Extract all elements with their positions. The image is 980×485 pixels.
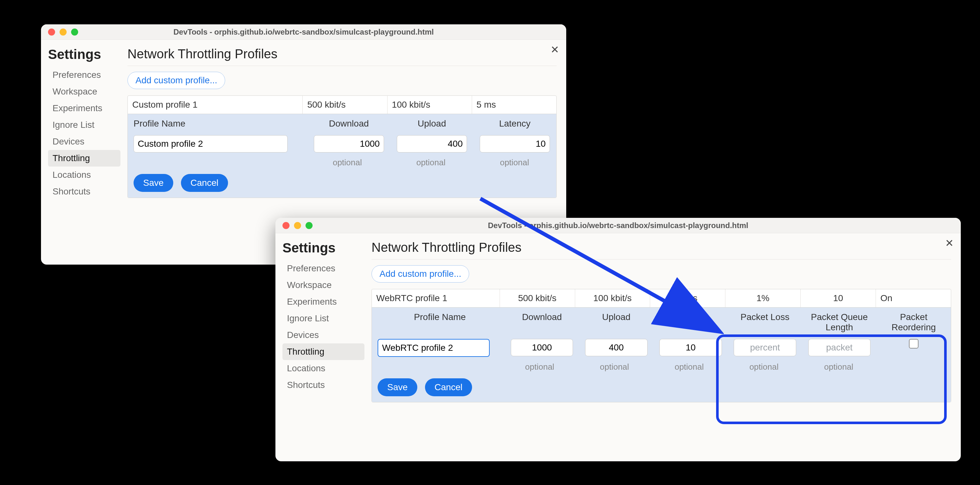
titlebar[interactable]: DevTools - orphis.github.io/webrtc-sandb… [41,24,566,40]
zoom-window-icon[interactable] [71,29,78,35]
settings-heading: Settings [48,47,121,62]
sidebar-item-ignore-list[interactable]: Ignore List [48,117,121,133]
upload-hint: optional [389,156,473,169]
sidebar-item-throttling[interactable]: Throttling [282,343,364,360]
sidebar-item-devices[interactable]: Devices [282,327,364,343]
close-icon[interactable]: ✕ [550,44,559,56]
profile-editor: Profile Name Download Upload Latency opt… [128,114,556,198]
upload-input[interactable] [397,135,467,153]
latency-input[interactable] [480,135,550,153]
settings-sidebar: Settings Preferences Workspace Experimen… [41,40,124,214]
profile-upload-cell: 100 kbit/s [575,289,651,307]
window-title: DevTools - orphis.github.io/webrtc-sandb… [275,221,961,230]
profile-name-cell: Custom profile 1 [128,96,303,114]
upload-hint: optional [577,360,652,374]
latency-input[interactable] [659,339,722,356]
download-hint: optional [305,156,389,169]
column-header-reorder: Packet Reordering [877,309,951,336]
profile-reorder-cell: On [876,289,951,307]
packet-queue-hint: optional [801,360,876,374]
sidebar-item-locations[interactable]: Locations [282,360,364,377]
column-header-name: Profile Name [128,115,307,132]
sidebar-item-preferences[interactable]: Preferences [282,260,364,277]
profile-latency-cell: 5 ms [650,289,725,307]
cancel-button[interactable]: Cancel [425,378,472,396]
latency-hint: optional [652,360,726,374]
settings-heading: Settings [282,240,364,256]
save-button[interactable]: Save [378,378,417,396]
titlebar[interactable]: DevTools - orphis.github.io/webrtc-sandb… [275,218,961,233]
close-window-icon[interactable] [282,222,290,229]
window-title: DevTools - orphis.github.io/webrtc-sandb… [41,27,566,37]
sidebar-item-devices[interactable]: Devices [48,133,121,150]
column-header-upload: Upload [390,115,473,132]
sidebar-item-preferences[interactable]: Preferences [48,67,121,83]
divider [372,259,951,259]
settings-sidebar: Settings Preferences Workspace Experimen… [275,233,368,418]
packet-loss-hint: optional [727,360,801,374]
minimize-window-icon[interactable] [60,29,67,35]
column-header-packet-loss: Packet Loss [728,309,802,336]
sidebar-item-shortcuts[interactable]: Shortcuts [282,377,364,393]
sidebar-item-workspace[interactable]: Workspace [48,83,121,100]
add-custom-profile-button[interactable]: Add custom profile... [372,265,469,283]
packet-reorder-checkbox[interactable] [909,339,918,348]
add-custom-profile-button[interactable]: Add custom profile... [127,72,225,89]
save-button[interactable]: Save [134,174,173,192]
profile-row[interactable]: WebRTC profile 1 500 kbit/s 100 kbit/s 5… [372,289,951,307]
column-header-download: Download [505,309,579,336]
profile-name-cell: WebRTC profile 1 [372,289,500,307]
packet-loss-input[interactable] [734,339,796,356]
cancel-button[interactable]: Cancel [181,174,228,192]
profile-name-input[interactable] [134,135,288,153]
profile-download-cell: 500 kbit/s [500,289,575,307]
profile-editor: Profile Name Download Upload Latency Pac… [372,307,951,402]
sidebar-item-experiments[interactable]: Experiments [282,293,364,310]
zoom-window-icon[interactable] [305,222,313,229]
profile-packet-queue-cell: 10 [801,289,876,307]
panel-heading: Network Throttling Profiles [372,240,951,255]
profile-latency-cell: 5 ms [472,96,556,114]
download-input[interactable] [314,135,384,153]
column-header-latency: Latency [653,309,728,336]
minimize-window-icon[interactable] [294,222,301,229]
close-icon[interactable]: ✕ [945,237,954,249]
upload-input[interactable] [585,339,648,356]
main-panel: ✕ Network Throttling Profiles Add custom… [124,40,566,214]
column-header-download: Download [307,115,390,132]
column-header-upload: Upload [579,309,653,336]
panel-heading: Network Throttling Profiles [127,47,557,61]
sidebar-item-locations[interactable]: Locations [48,167,121,183]
column-header-name: Profile Name [372,309,505,336]
profile-packet-loss-cell: 1% [725,289,801,307]
sidebar-item-ignore-list[interactable]: Ignore List [282,310,364,327]
sidebar-item-throttling[interactable]: Throttling [48,150,121,167]
download-input[interactable] [511,339,573,356]
download-hint: optional [502,360,577,374]
traffic-lights [282,222,313,229]
traffic-lights [48,29,78,35]
sidebar-item-experiments[interactable]: Experiments [48,100,121,117]
devtools-window-after: DevTools - orphis.github.io/webrtc-sandb… [275,218,961,461]
profile-row[interactable]: Custom profile 1 500 kbit/s 100 kbit/s 5… [128,96,556,114]
throttling-profiles-table: Custom profile 1 500 kbit/s 100 kbit/s 5… [127,95,557,198]
throttling-profiles-table: WebRTC profile 1 500 kbit/s 100 kbit/s 5… [372,289,951,402]
profile-name-input[interactable] [378,339,490,357]
sidebar-item-shortcuts[interactable]: Shortcuts [48,183,121,200]
latency-hint: optional [473,156,556,169]
column-header-packet-queue: Packet Queue Length [802,309,877,336]
packet-queue-input[interactable] [808,339,871,356]
profile-download-cell: 500 kbit/s [303,96,387,114]
profile-upload-cell: 100 kbit/s [388,96,472,114]
main-panel: ✕ Network Throttling Profiles Add custom… [368,233,961,418]
close-window-icon[interactable] [48,29,55,35]
sidebar-item-workspace[interactable]: Workspace [282,277,364,293]
column-header-latency: Latency [473,115,556,132]
